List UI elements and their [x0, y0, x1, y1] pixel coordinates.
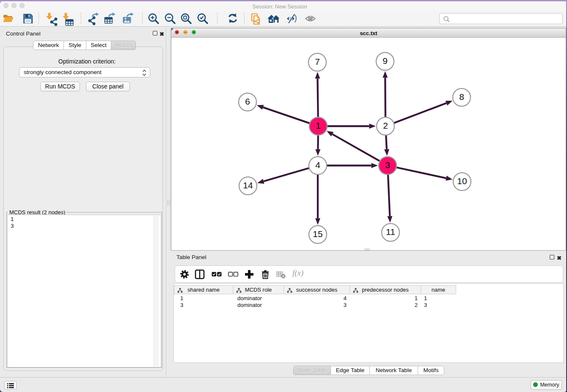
svg-text:7: 7 [315, 57, 320, 66]
svg-text:8: 8 [459, 92, 464, 102]
svg-text:10: 10 [457, 176, 467, 186]
svg-text:15: 15 [313, 229, 322, 239]
svg-text:9: 9 [383, 56, 388, 66]
svg-text:14: 14 [243, 180, 253, 190]
svg-text:6: 6 [245, 97, 250, 106]
svg-text:11: 11 [386, 227, 395, 237]
svg-text:2: 2 [383, 121, 388, 130]
svg-text:3: 3 [385, 160, 390, 170]
svg-text:1: 1 [316, 121, 321, 130]
svg-text:4: 4 [315, 160, 320, 170]
